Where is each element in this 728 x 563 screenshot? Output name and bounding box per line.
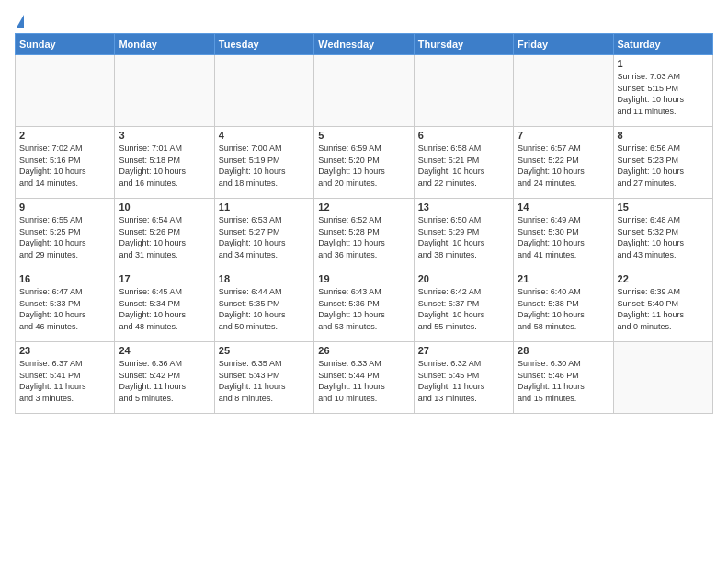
day-number: 10 (119, 201, 210, 213)
day-info: Sunrise: 6:39 AM Sunset: 5:40 PM Dayligh… (618, 286, 709, 332)
calendar-cell: 19Sunrise: 6:43 AM Sunset: 5:36 PM Dayli… (314, 270, 414, 342)
day-info: Sunrise: 6:55 AM Sunset: 5:25 PM Dayligh… (19, 214, 110, 260)
day-info: Sunrise: 7:03 AM Sunset: 5:15 PM Dayligh… (618, 71, 709, 117)
day-number: 5 (318, 130, 409, 141)
calendar-cell (16, 55, 115, 127)
day-number: 3 (119, 130, 210, 141)
day-number: 4 (219, 130, 310, 141)
calendar-cell: 1Sunrise: 7:03 AM Sunset: 5:15 PM Daylig… (613, 55, 712, 127)
logo (15, 15, 24, 24)
calendar-header-row: SundayMondayTuesdayWednesdayThursdayFrid… (16, 34, 713, 55)
week-row-0: 1Sunrise: 7:03 AM Sunset: 5:15 PM Daylig… (16, 55, 713, 127)
day-info: Sunrise: 7:01 AM Sunset: 5:18 PM Dayligh… (119, 143, 210, 189)
day-info: Sunrise: 6:53 AM Sunset: 5:27 PM Dayligh… (219, 214, 310, 260)
week-row-1: 2Sunrise: 7:02 AM Sunset: 5:16 PM Daylig… (16, 127, 713, 199)
day-number: 22 (618, 273, 709, 284)
calendar-cell (214, 55, 313, 127)
calendar-cell: 12Sunrise: 6:52 AM Sunset: 5:28 PM Dayli… (314, 199, 414, 270)
day-number: 9 (19, 201, 110, 213)
header-tuesday: Tuesday (214, 34, 313, 55)
header-sunday: Sunday (16, 34, 115, 55)
calendar-cell: 7Sunrise: 6:57 AM Sunset: 5:22 PM Daylig… (514, 127, 613, 199)
day-number: 25 (219, 345, 310, 356)
day-number: 27 (418, 345, 509, 356)
day-info: Sunrise: 6:43 AM Sunset: 5:36 PM Dayligh… (318, 286, 409, 332)
day-number: 12 (318, 201, 409, 213)
day-number: 15 (618, 201, 709, 213)
day-info: Sunrise: 6:54 AM Sunset: 5:26 PM Dayligh… (119, 214, 210, 260)
day-number: 17 (119, 273, 210, 284)
header-monday: Monday (115, 34, 214, 55)
day-number: 6 (418, 130, 509, 141)
calendar-cell (414, 55, 513, 127)
calendar-cell: 20Sunrise: 6:42 AM Sunset: 5:37 PM Dayli… (414, 270, 513, 342)
calendar-cell (115, 55, 214, 127)
day-info: Sunrise: 6:47 AM Sunset: 5:33 PM Dayligh… (19, 286, 110, 332)
calendar-cell: 10Sunrise: 6:54 AM Sunset: 5:26 PM Dayli… (115, 199, 214, 270)
day-info: Sunrise: 7:00 AM Sunset: 5:19 PM Dayligh… (219, 143, 310, 189)
day-info: Sunrise: 6:36 AM Sunset: 5:42 PM Dayligh… (119, 358, 210, 404)
calendar-cell (314, 55, 414, 127)
day-info: Sunrise: 6:30 AM Sunset: 5:46 PM Dayligh… (518, 358, 609, 404)
day-info: Sunrise: 6:37 AM Sunset: 5:41 PM Dayligh… (19, 358, 110, 404)
day-number: 7 (518, 130, 609, 141)
header-saturday: Saturday (613, 34, 712, 55)
calendar-cell: 17Sunrise: 6:45 AM Sunset: 5:34 PM Dayli… (115, 270, 214, 342)
calendar-cell: 18Sunrise: 6:44 AM Sunset: 5:35 PM Dayli… (214, 270, 313, 342)
header-thursday: Thursday (414, 34, 513, 55)
calendar-cell: 11Sunrise: 6:53 AM Sunset: 5:27 PM Dayli… (214, 199, 313, 270)
page: SundayMondayTuesdayWednesdayThursdayFrid… (0, 0, 728, 563)
calendar-cell: 16Sunrise: 6:47 AM Sunset: 5:33 PM Dayli… (16, 270, 115, 342)
day-number: 19 (318, 273, 409, 284)
day-info: Sunrise: 7:02 AM Sunset: 5:16 PM Dayligh… (19, 143, 110, 189)
day-number: 16 (19, 273, 110, 284)
calendar-cell: 15Sunrise: 6:48 AM Sunset: 5:32 PM Dayli… (613, 199, 712, 270)
calendar-cell: 22Sunrise: 6:39 AM Sunset: 5:40 PM Dayli… (613, 270, 712, 342)
day-info: Sunrise: 6:58 AM Sunset: 5:21 PM Dayligh… (418, 143, 509, 189)
day-number: 20 (418, 273, 509, 284)
calendar-cell (514, 55, 613, 127)
calendar-cell: 13Sunrise: 6:50 AM Sunset: 5:29 PM Dayli… (414, 199, 513, 270)
calendar-cell: 28Sunrise: 6:30 AM Sunset: 5:46 PM Dayli… (514, 342, 613, 414)
day-number: 18 (219, 273, 310, 284)
day-info: Sunrise: 6:42 AM Sunset: 5:37 PM Dayligh… (418, 286, 509, 332)
calendar-cell: 27Sunrise: 6:32 AM Sunset: 5:45 PM Dayli… (414, 342, 513, 414)
calendar-cell: 9Sunrise: 6:55 AM Sunset: 5:25 PM Daylig… (16, 199, 115, 270)
day-info: Sunrise: 6:44 AM Sunset: 5:35 PM Dayligh… (219, 286, 310, 332)
day-info: Sunrise: 6:40 AM Sunset: 5:38 PM Dayligh… (518, 286, 609, 332)
day-info: Sunrise: 6:59 AM Sunset: 5:20 PM Dayligh… (318, 143, 409, 189)
day-info: Sunrise: 6:52 AM Sunset: 5:28 PM Dayligh… (318, 214, 409, 260)
day-number: 11 (219, 201, 310, 213)
header-friday: Friday (514, 34, 613, 55)
calendar-cell: 6Sunrise: 6:58 AM Sunset: 5:21 PM Daylig… (414, 127, 513, 199)
day-info: Sunrise: 6:57 AM Sunset: 5:22 PM Dayligh… (518, 143, 609, 189)
header (15, 15, 713, 24)
calendar-cell: 24Sunrise: 6:36 AM Sunset: 5:42 PM Dayli… (115, 342, 214, 414)
calendar-cell: 4Sunrise: 7:00 AM Sunset: 5:19 PM Daylig… (214, 127, 313, 199)
day-info: Sunrise: 6:56 AM Sunset: 5:23 PM Dayligh… (618, 143, 709, 189)
day-info: Sunrise: 6:35 AM Sunset: 5:43 PM Dayligh… (219, 358, 310, 404)
calendar-cell: 2Sunrise: 7:02 AM Sunset: 5:16 PM Daylig… (16, 127, 115, 199)
calendar-cell: 26Sunrise: 6:33 AM Sunset: 5:44 PM Dayli… (314, 342, 414, 414)
calendar-cell: 23Sunrise: 6:37 AM Sunset: 5:41 PM Dayli… (16, 342, 115, 414)
day-number: 8 (618, 130, 709, 141)
day-info: Sunrise: 6:49 AM Sunset: 5:30 PM Dayligh… (518, 214, 609, 260)
day-info: Sunrise: 6:32 AM Sunset: 5:45 PM Dayligh… (418, 358, 509, 404)
day-number: 13 (418, 201, 509, 213)
week-row-3: 16Sunrise: 6:47 AM Sunset: 5:33 PM Dayli… (16, 270, 713, 342)
calendar-cell: 25Sunrise: 6:35 AM Sunset: 5:43 PM Dayli… (214, 342, 313, 414)
week-row-4: 23Sunrise: 6:37 AM Sunset: 5:41 PM Dayli… (16, 342, 713, 414)
day-number: 26 (318, 345, 409, 356)
calendar-cell: 8Sunrise: 6:56 AM Sunset: 5:23 PM Daylig… (613, 127, 712, 199)
calendar-cell: 5Sunrise: 6:59 AM Sunset: 5:20 PM Daylig… (314, 127, 414, 199)
week-row-2: 9Sunrise: 6:55 AM Sunset: 5:25 PM Daylig… (16, 199, 713, 270)
calendar-cell: 3Sunrise: 7:01 AM Sunset: 5:18 PM Daylig… (115, 127, 214, 199)
day-info: Sunrise: 6:48 AM Sunset: 5:32 PM Dayligh… (618, 214, 709, 260)
day-info: Sunrise: 6:50 AM Sunset: 5:29 PM Dayligh… (418, 214, 509, 260)
header-wednesday: Wednesday (314, 34, 414, 55)
day-number: 28 (518, 345, 609, 356)
day-number: 1 (618, 58, 709, 69)
day-number: 14 (518, 201, 609, 213)
day-info: Sunrise: 6:33 AM Sunset: 5:44 PM Dayligh… (318, 358, 409, 404)
calendar-table: SundayMondayTuesdayWednesdayThursdayFrid… (15, 33, 713, 414)
